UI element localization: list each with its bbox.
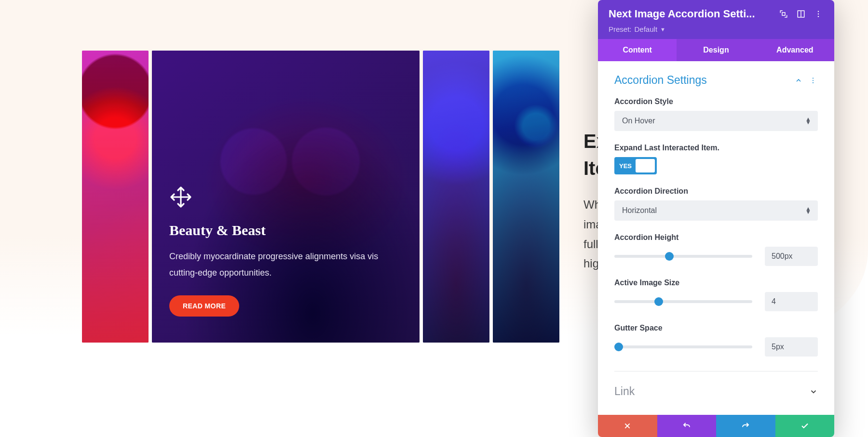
field-label: Accordion Height	[614, 233, 818, 242]
layout-icon[interactable]	[796, 9, 806, 19]
slider-thumb[interactable]	[614, 343, 623, 351]
expand-icon[interactable]	[778, 9, 789, 19]
field-expand-last: Expand Last Interacted Item. YES	[614, 144, 818, 174]
field-label: Active Image Size	[614, 278, 818, 287]
svg-rect-0	[782, 13, 785, 15]
accordion-active-content: Beauty & Beast Credibly myocardinate pro…	[169, 185, 402, 317]
toggle-knob	[636, 159, 655, 172]
field-accordion-direction: Accordion Direction Horizontal ▲▼	[614, 187, 818, 221]
slider-value[interactable]: 5px	[765, 337, 818, 357]
undo-button[interactable]	[657, 415, 717, 437]
accordion-figure	[423, 51, 489, 343]
accordion-preview: Beauty & Beast Credibly myocardinate pro…	[82, 51, 559, 343]
slider-accordion-height[interactable]	[614, 255, 752, 258]
tab-advanced[interactable]: Advanced	[756, 39, 834, 61]
accordion-item-1[interactable]	[82, 51, 149, 343]
svg-point-3	[818, 13, 819, 14]
accordion-item-active[interactable]: Beauty & Beast Credibly myocardinate pro…	[152, 51, 420, 343]
panel-body: Accordion Settings Accordion Style On Ho…	[598, 61, 834, 415]
preset-value: Default	[635, 25, 658, 33]
field-label: Gutter Space	[614, 324, 818, 332]
tab-content[interactable]: Content	[598, 39, 677, 61]
check-icon	[800, 422, 809, 430]
slider-value[interactable]: 500px	[765, 247, 818, 266]
chevron-up-icon[interactable]	[794, 76, 803, 85]
redo-button[interactable]	[716, 415, 775, 437]
field-label: Accordion Direction	[614, 187, 818, 196]
undo-icon	[682, 422, 691, 430]
redo-icon	[741, 422, 750, 430]
tab-design[interactable]: Design	[677, 39, 755, 61]
select-value: On Hover	[622, 117, 655, 125]
section-link[interactable]: Link	[614, 371, 818, 398]
section-link-title: Link	[614, 385, 809, 398]
field-label: Accordion Style	[614, 97, 818, 106]
accordion-figure	[82, 51, 149, 343]
accordion-active-description: Credibly myocardinate progressive alignm…	[169, 248, 391, 281]
settings-panel: Next Image Accordion Setti... Preset: De…	[598, 0, 834, 437]
slider-gutter-space[interactable]	[614, 345, 752, 348]
select-accordion-style[interactable]: On Hover ▲▼	[614, 111, 818, 131]
preset-selector[interactable]: Preset: Default ▼	[609, 25, 824, 33]
read-more-button[interactable]: READ MORE	[169, 295, 239, 317]
field-gutter-space: Gutter Space 5px	[614, 324, 818, 357]
accordion-active-title: Beauty & Beast	[169, 222, 402, 238]
slider-value[interactable]: 4	[765, 292, 818, 311]
chevron-down-icon	[809, 387, 818, 396]
slider-thumb[interactable]	[665, 252, 674, 261]
panel-tabs: Content Design Advanced	[598, 39, 834, 61]
svg-point-7	[813, 82, 814, 83]
panel-footer	[598, 415, 834, 437]
field-accordion-style: Accordion Style On Hover ▲▼	[614, 97, 818, 131]
accordion-item-3[interactable]	[423, 51, 489, 343]
svg-point-2	[818, 11, 819, 12]
panel-scroll[interactable]: Accordion Settings Accordion Style On Ho…	[598, 61, 834, 415]
accordion-item-4[interactable]	[493, 51, 559, 343]
caret-down-icon: ▼	[660, 26, 665, 32]
preset-label: Preset:	[609, 25, 632, 33]
move-icon	[169, 185, 402, 209]
toggle-expand-last[interactable]: YES	[614, 157, 657, 174]
svg-point-4	[818, 16, 819, 17]
close-icon	[624, 422, 631, 430]
cancel-button[interactable]	[598, 415, 657, 437]
section-title: Accordion Settings	[614, 74, 789, 87]
save-button[interactable]	[775, 415, 835, 437]
slider-thumb[interactable]	[654, 297, 663, 306]
sort-icon: ▲▼	[805, 118, 811, 124]
panel-title: Next Image Accordion Setti...	[609, 8, 772, 20]
svg-point-6	[813, 79, 814, 80]
field-label: Expand Last Interacted Item.	[614, 144, 818, 152]
svg-point-5	[813, 78, 814, 79]
accordion-figure	[493, 51, 559, 343]
kebab-menu-icon[interactable]	[813, 9, 824, 19]
kebab-menu-icon[interactable]	[808, 76, 818, 85]
section-header: Accordion Settings	[614, 74, 818, 87]
sort-icon: ▲▼	[805, 207, 811, 214]
select-accordion-direction[interactable]: Horizontal ▲▼	[614, 200, 818, 221]
toggle-value: YES	[619, 162, 632, 170]
slider-active-image-size[interactable]	[614, 300, 752, 303]
select-value: Horizontal	[622, 206, 657, 214]
panel-header: Next Image Accordion Setti... Preset: De…	[598, 0, 834, 39]
field-active-image-size: Active Image Size 4	[614, 278, 818, 311]
field-accordion-height: Accordion Height 500px	[614, 233, 818, 266]
